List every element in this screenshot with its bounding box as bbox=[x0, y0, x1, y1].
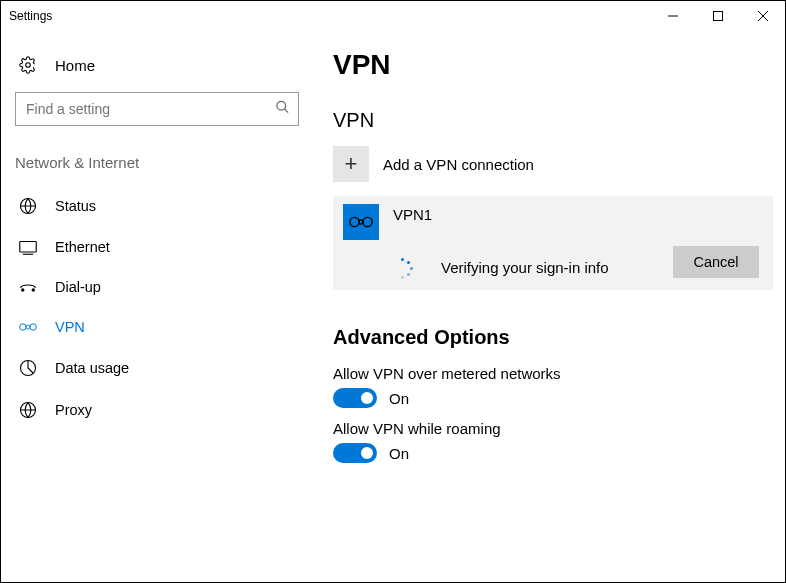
proxy-icon bbox=[19, 401, 41, 419]
advanced-options-title: Advanced Options bbox=[333, 326, 773, 349]
option-roaming-label: Allow VPN while roaming bbox=[333, 420, 773, 437]
spinner-icon bbox=[393, 258, 411, 276]
sidebar-item-label: Status bbox=[55, 198, 96, 214]
svg-point-10 bbox=[22, 289, 24, 291]
sidebar-item-label: Proxy bbox=[55, 402, 92, 418]
window-title: Settings bbox=[9, 9, 650, 23]
svg-point-13 bbox=[30, 324, 36, 330]
cancel-button[interactable]: Cancel bbox=[673, 246, 759, 278]
sidebar-item-dialup[interactable]: Dial-up bbox=[11, 267, 311, 307]
toggle-roaming[interactable] bbox=[333, 443, 377, 463]
sidebar-item-label: VPN bbox=[55, 319, 85, 335]
sidebar-item-label: Ethernet bbox=[55, 239, 110, 255]
sidebar-item-label: Data usage bbox=[55, 360, 129, 376]
sidebar-item-ethernet[interactable]: Ethernet bbox=[11, 227, 311, 267]
sidebar: Home Network & Internet Status Ethernet bbox=[1, 31, 311, 582]
close-button[interactable] bbox=[740, 1, 785, 31]
data-usage-icon bbox=[19, 359, 41, 377]
toggle-metered-state: On bbox=[389, 390, 409, 407]
ethernet-icon bbox=[19, 240, 41, 255]
svg-rect-1 bbox=[713, 12, 722, 21]
option-metered-label: Allow VPN over metered networks bbox=[333, 365, 773, 382]
search-input[interactable] bbox=[16, 93, 298, 125]
titlebar-controls bbox=[650, 1, 785, 31]
add-vpn-label: Add a VPN connection bbox=[383, 156, 534, 173]
page-title: VPN bbox=[333, 49, 773, 81]
plus-icon: + bbox=[333, 146, 369, 182]
sidebar-item-proxy[interactable]: Proxy bbox=[11, 389, 311, 431]
sidebar-home-label: Home bbox=[55, 57, 95, 74]
status-icon bbox=[19, 197, 41, 215]
svg-point-11 bbox=[32, 289, 34, 291]
vpn-connection-icon bbox=[343, 204, 379, 240]
svg-point-12 bbox=[20, 324, 26, 330]
search-box[interactable] bbox=[15, 92, 299, 126]
toggle-roaming-state: On bbox=[389, 445, 409, 462]
svg-line-6 bbox=[284, 109, 288, 113]
sidebar-home[interactable]: Home bbox=[11, 46, 311, 92]
minimize-button[interactable] bbox=[650, 1, 695, 31]
svg-rect-8 bbox=[20, 241, 37, 252]
gear-icon bbox=[19, 56, 41, 74]
svg-point-5 bbox=[277, 101, 286, 110]
sidebar-category: Network & Internet bbox=[11, 126, 311, 185]
add-vpn-button[interactable]: + Add a VPN connection bbox=[333, 146, 773, 182]
svg-point-17 bbox=[363, 217, 372, 226]
search-icon bbox=[275, 100, 290, 119]
vpn-icon bbox=[19, 320, 41, 334]
dialup-icon bbox=[19, 280, 41, 294]
sidebar-item-status[interactable]: Status bbox=[11, 185, 311, 227]
sidebar-item-vpn[interactable]: VPN bbox=[11, 307, 311, 347]
toggle-metered[interactable] bbox=[333, 388, 377, 408]
main-content: VPN VPN + Add a VPN connection VPN1 Veri… bbox=[311, 31, 785, 582]
sidebar-item-datausage[interactable]: Data usage bbox=[11, 347, 311, 389]
vpn-connection-card[interactable]: VPN1 Verifying your sign-in info Cancel bbox=[333, 196, 773, 290]
maximize-button[interactable] bbox=[695, 1, 740, 31]
sidebar-item-label: Dial-up bbox=[55, 279, 101, 295]
titlebar: Settings bbox=[1, 1, 785, 31]
vpn-status-text: Verifying your sign-in info bbox=[441, 259, 609, 276]
section-title: VPN bbox=[333, 109, 773, 132]
svg-point-16 bbox=[350, 217, 359, 226]
vpn-connection-name: VPN1 bbox=[393, 206, 432, 223]
svg-point-4 bbox=[26, 63, 31, 68]
